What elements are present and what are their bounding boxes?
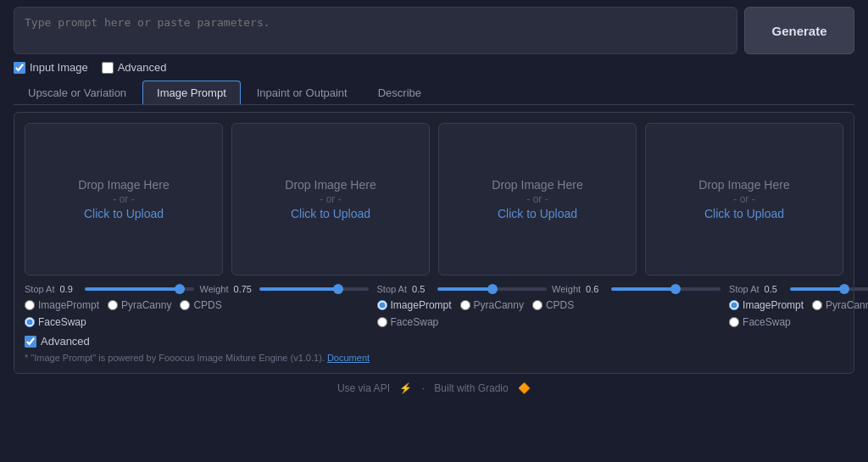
drop-text-upload-3: Click to Upload: [498, 207, 577, 220]
image-slot-2[interactable]: Drop Image Here - or - Click to Upload: [231, 123, 430, 276]
slot-controls-2: Stop At 0.5 Weight 0.6 ImagePrompt PyraC…: [377, 284, 721, 328]
radio-pyracanny-1[interactable]: PyraCanny: [108, 299, 171, 311]
tab-describe[interactable]: Describe: [364, 81, 436, 104]
drop-text-or-1: - or -: [113, 193, 134, 205]
drop-text-main-3: Drop Image Here: [492, 178, 582, 192]
image-slot-1[interactable]: Drop Image Here - or - Click to Upload: [25, 123, 223, 276]
drop-text-main-2: Drop Image Here: [285, 178, 376, 192]
advanced-top-label: Advanced: [118, 61, 167, 74]
api-text: Use via API: [337, 382, 390, 394]
tab-upscale[interactable]: Upscale or Variation: [14, 81, 141, 104]
drop-text-main-1: Drop Image Here: [78, 178, 169, 192]
advanced-row: Advanced: [25, 335, 843, 348]
advanced-label: Advanced: [41, 335, 90, 348]
advanced-top-checkbox[interactable]: Advanced: [102, 61, 167, 74]
stop-at-value-1: 0.9: [59, 284, 80, 294]
image-slot-4[interactable]: Drop Image Here - or - Click to Upload: [645, 123, 843, 276]
radio-cpds-1[interactable]: CPDS: [180, 299, 221, 311]
main-panel: Drop Image Here - or - Click to Upload D…: [14, 112, 854, 374]
weight-slider-2[interactable]: [611, 287, 721, 291]
separator: ·: [422, 382, 425, 394]
bolt-icon: ⚡: [399, 382, 412, 394]
radio-imageprompt-3[interactable]: ImagePrompt: [729, 299, 804, 311]
image-slot-3[interactable]: Drop Image Here - or - Click to Upload: [438, 123, 637, 276]
prompt-input[interactable]: [14, 7, 737, 54]
radio-cpds-2[interactable]: CPDS: [532, 299, 574, 311]
controls-grid: Stop At 0.9 Weight 0.75 ImagePrompt Pyra…: [25, 284, 843, 328]
stop-at-label-2: Stop At: [377, 284, 407, 294]
stop-at-label-1: Stop At: [25, 284, 54, 294]
drop-text-upload-1: Click to Upload: [84, 207, 164, 220]
drop-text-main-4: Drop Image Here: [698, 178, 789, 192]
weight-value-1: 0.75: [234, 284, 254, 294]
radio-pyracanny-2[interactable]: PyraCanny: [460, 299, 524, 311]
tabs-row: Upscale or Variation Image Prompt Inpain…: [14, 81, 854, 105]
drop-text-upload-4: Click to Upload: [704, 207, 784, 220]
image-grid: Drop Image Here - or - Click to Upload D…: [25, 123, 843, 276]
document-link[interactable]: Document: [327, 353, 370, 363]
built-text: Built with Gradio: [434, 382, 508, 394]
input-image-checkbox[interactable]: Input Image: [14, 61, 88, 74]
weight-label-2: Weight: [552, 284, 581, 294]
input-image-label: Input Image: [30, 61, 88, 74]
radio-faceswap-1[interactable]: FaceSwap: [25, 316, 86, 328]
drop-text-upload-2: Click to Upload: [291, 207, 370, 220]
stop-at-slider-1[interactable]: [85, 287, 194, 291]
advanced-checkbox[interactable]: Advanced: [25, 335, 90, 348]
weight-value-2: 0.6: [586, 284, 606, 294]
stop-at-label-3: Stop At: [729, 284, 759, 294]
tab-inpaint[interactable]: Inpaint or Outpaint: [242, 81, 362, 104]
radio-imageprompt-2[interactable]: ImagePrompt: [377, 299, 452, 311]
page-footer: Use via API ⚡ · Built with Gradio 🔶: [0, 374, 868, 399]
gradio-icon: 🔶: [518, 382, 531, 394]
stop-at-value-3: 0.5: [765, 284, 785, 294]
footer-note: * "Image Prompt" is powered by Fooocus I…: [25, 353, 843, 363]
tab-image-prompt[interactable]: Image Prompt: [142, 81, 241, 104]
radio-faceswap-2[interactable]: FaceSwap: [377, 316, 439, 328]
stop-at-slider-2[interactable]: [437, 287, 547, 291]
weight-slider-1[interactable]: [259, 287, 369, 291]
drop-text-or-3: - or -: [526, 193, 548, 205]
stop-at-slider-3[interactable]: [790, 287, 868, 291]
drop-text-or-2: - or -: [320, 193, 341, 205]
radio-pyracanny-3[interactable]: PyraCanny: [812, 299, 868, 311]
radio-imageprompt-1[interactable]: ImagePrompt: [25, 299, 99, 311]
stop-at-value-2: 0.5: [412, 284, 432, 294]
slot-controls-1: Stop At 0.9 Weight 0.75 ImagePrompt Pyra…: [25, 284, 369, 328]
slot-controls-3: Stop At 0.5 Weight 0.6 ImagePrompt PyraC…: [729, 284, 868, 328]
weight-label-1: Weight: [199, 284, 228, 294]
drop-text-or-4: - or -: [733, 193, 754, 205]
generate-button[interactable]: Generate: [744, 7, 854, 54]
radio-faceswap-3[interactable]: FaceSwap: [729, 316, 791, 328]
